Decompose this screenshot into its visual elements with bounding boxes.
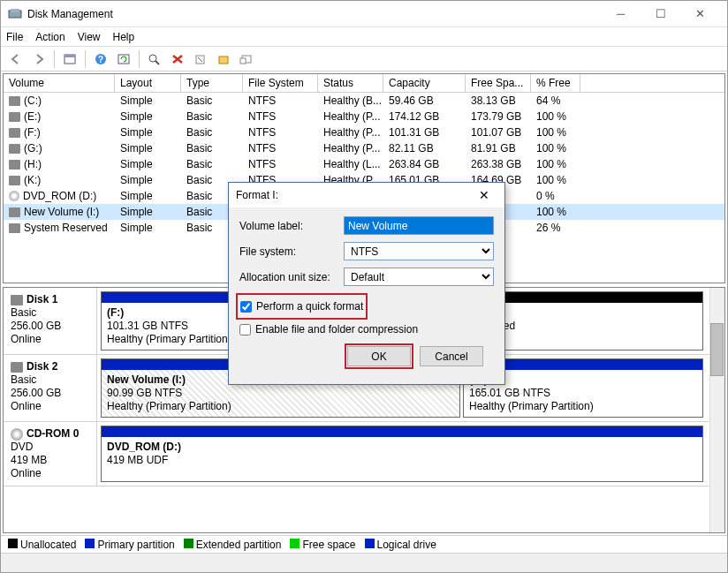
hdd-icon xyxy=(9,223,20,233)
help-button[interactable]: ? xyxy=(91,49,110,69)
window-title: Disk Management xyxy=(27,8,601,20)
menu-action[interactable]: Action xyxy=(35,31,64,43)
legend-item: Extended partition xyxy=(184,539,282,551)
maximize-button[interactable]: ☐ xyxy=(641,2,680,26)
allocation-unit-select[interactable]: Default xyxy=(344,268,494,286)
legend-item: Free space xyxy=(290,539,355,551)
titlebar: Disk Management ─ ☐ ✕ xyxy=(1,1,727,27)
volume-row[interactable]: (G:)SimpleBasicNTFSHealthy (P...82.11 GB… xyxy=(4,140,724,156)
menubar: File Action View Help xyxy=(1,27,727,47)
explore-button[interactable] xyxy=(145,49,164,69)
svg-text:?: ? xyxy=(98,55,103,64)
column-status[interactable]: Status xyxy=(318,74,383,92)
cd-icon xyxy=(9,191,19,201)
properties-button[interactable] xyxy=(191,49,210,69)
column-pctfree[interactable]: % Free xyxy=(531,74,580,92)
svg-rect-1 xyxy=(11,9,19,12)
cancel-button[interactable]: Cancel xyxy=(420,346,483,366)
minimize-button[interactable]: ─ xyxy=(601,2,641,26)
app-icon xyxy=(8,7,22,21)
hdd-icon xyxy=(9,160,20,170)
compression-checkbox[interactable] xyxy=(239,324,251,336)
hdd-icon xyxy=(9,128,20,138)
format-dialog: Format I: ✕ Volume label: File system: N… xyxy=(228,182,505,385)
statusbar xyxy=(1,553,727,572)
show-hide-button[interactable] xyxy=(60,49,80,69)
volume-list-header: Volume Layout Type File System Status Ca… xyxy=(4,74,724,93)
tool-button-1[interactable] xyxy=(214,49,233,69)
svg-point-7 xyxy=(149,55,156,62)
svg-rect-3 xyxy=(64,55,75,57)
hdd-icon xyxy=(9,96,20,106)
quick-format-checkbox[interactable] xyxy=(240,301,252,313)
back-button[interactable] xyxy=(6,49,26,69)
legend: UnallocatedPrimary partitionExtended par… xyxy=(1,535,727,553)
column-volume[interactable]: Volume xyxy=(4,74,115,92)
dialog-titlebar: Format I: ✕ xyxy=(229,183,504,207)
svg-rect-12 xyxy=(240,58,246,64)
allocation-unit-label: Allocation unit size: xyxy=(239,271,344,283)
dialog-title: Format I: xyxy=(236,189,471,201)
column-layout[interactable]: Layout xyxy=(115,74,181,92)
disk-icon xyxy=(11,295,23,305)
compression-label: Enable file and folder compression xyxy=(255,323,418,336)
delete-button[interactable] xyxy=(168,49,187,69)
quick-format-label: Perform a quick format xyxy=(256,300,363,313)
column-freespace[interactable]: Free Spa... xyxy=(466,74,531,92)
column-filesystem[interactable]: File System xyxy=(243,74,318,92)
volume-row[interactable]: (E:)SimpleBasicNTFSHealthy (P...174.12 G… xyxy=(4,109,724,124)
legend-item: Logical drive xyxy=(365,539,436,551)
legend-item: Primary partition xyxy=(85,539,174,551)
dialog-close-button[interactable]: ✕ xyxy=(471,185,497,206)
toolbar: ? xyxy=(1,47,727,72)
menu-view[interactable]: View xyxy=(78,31,101,43)
volume-row[interactable]: (C:)SimpleBasicNTFSHealthy (B...59.46 GB… xyxy=(4,93,724,109)
highlight-quick-format: Perform a quick format xyxy=(236,293,368,320)
filesystem-label: File system: xyxy=(239,245,344,258)
hdd-icon xyxy=(9,112,20,122)
legend-item: Unallocated xyxy=(8,539,76,551)
tool-button-2[interactable] xyxy=(237,49,256,69)
menu-file[interactable]: File xyxy=(6,31,23,43)
filesystem-select[interactable]: NTFS xyxy=(344,242,494,260)
ok-button[interactable]: OK xyxy=(347,346,411,366)
disk-row: CD-ROM 0DVD419 MBOnlineDVD_ROM (D:)419 M… xyxy=(4,422,709,486)
svg-rect-10 xyxy=(219,57,228,64)
cd-icon xyxy=(11,428,23,441)
partition[interactable]: DVD_ROM (D:)419 MB UDF xyxy=(101,426,703,482)
hdd-icon xyxy=(9,144,20,154)
column-capacity[interactable]: Capacity xyxy=(383,74,466,92)
volume-row[interactable]: (F:)SimpleBasicNTFSHealthy (P...101.31 G… xyxy=(4,124,724,140)
volume-label-label: Volume label: xyxy=(239,220,344,232)
column-type[interactable]: Type xyxy=(181,74,243,92)
hdd-icon xyxy=(9,207,20,217)
volume-label-input[interactable] xyxy=(344,216,494,235)
svg-line-8 xyxy=(155,61,159,64)
volume-row[interactable]: (H:)SimpleBasicNTFSHealthy (L...263.84 G… xyxy=(4,156,724,172)
close-button[interactable]: ✕ xyxy=(680,2,720,26)
hdd-icon xyxy=(9,176,20,185)
disk-icon xyxy=(11,362,23,373)
refresh-button[interactable] xyxy=(114,49,133,69)
forward-button[interactable] xyxy=(29,49,49,69)
menu-help[interactable]: Help xyxy=(113,31,135,43)
vertical-scrollbar[interactable] xyxy=(709,288,724,532)
